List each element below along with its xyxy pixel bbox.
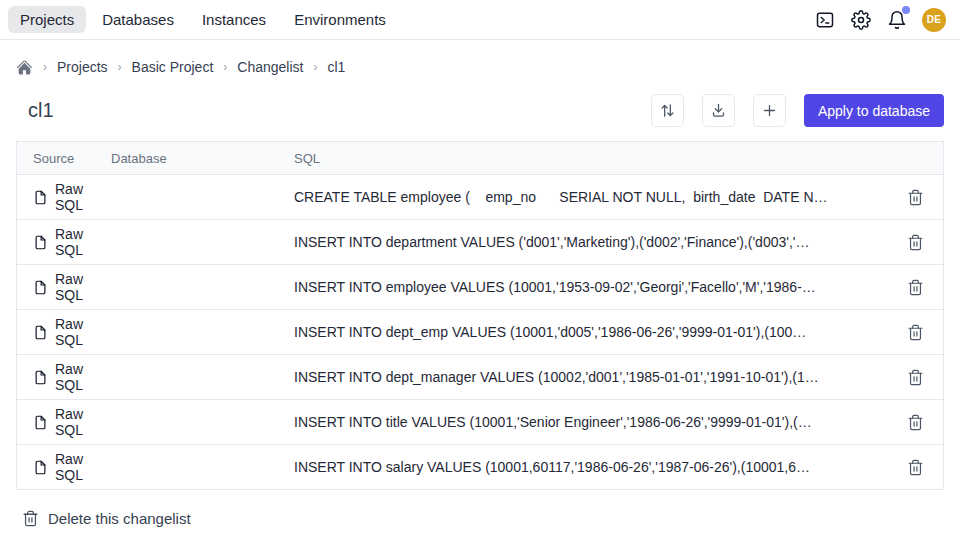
trash-icon [907,234,924,251]
trash-icon [907,324,924,341]
download-icon [710,102,727,119]
table-row[interactable]: Raw SQL INSERT INTO dept_emp VALUES (100… [17,310,943,355]
delete-row-button[interactable] [904,321,926,343]
toolbar: Apply to database [651,94,944,127]
chevron-right-icon: › [43,60,47,74]
source-cell: Raw SQL [17,271,111,303]
sort-arrows-icon [659,102,676,119]
trash-icon [907,459,924,476]
source-cell: Raw SQL [17,316,111,348]
trash-icon [907,414,924,431]
source-label: Raw SQL [55,271,111,303]
sql-cell[interactable]: INSERT INTO department VALUES ('d001','M… [294,234,887,250]
settings-button[interactable] [850,9,872,31]
table-row[interactable]: Raw SQL INSERT INTO employee VALUES (100… [17,265,943,310]
gear-icon [851,10,871,30]
nav-item-instances[interactable]: Instances [190,6,278,33]
changelist-table: Source Database SQL Raw SQL CREATE TABLE… [16,141,944,490]
sql-cell[interactable]: INSERT INTO title VALUES (10001,'Senior … [294,414,887,430]
nav-item-databases[interactable]: Databases [90,6,186,33]
notifications-button[interactable] [886,9,908,31]
breadcrumb-current: cl1 [327,59,345,75]
sql-cell[interactable]: INSERT INTO dept_emp VALUES (10001,'d005… [294,324,887,340]
trash-icon [907,189,924,206]
avatar[interactable]: DE [922,8,946,32]
file-icon [33,190,48,205]
breadcrumb-projects[interactable]: Projects [57,59,108,75]
delete-row-button[interactable] [904,276,926,298]
file-icon [33,460,48,475]
source-cell: Raw SQL [17,451,111,483]
source-cell: Raw SQL [17,406,111,438]
delete-row-button[interactable] [904,366,926,388]
navbar-actions: DE [814,8,946,32]
delete-row-button[interactable] [904,231,926,253]
source-cell: Raw SQL [17,226,111,258]
source-label: Raw SQL [55,361,111,393]
sql-editor-button[interactable] [814,9,836,31]
delete-changelist-label: Delete this changelist [48,510,191,527]
source-cell: Raw SQL [17,181,111,213]
file-icon [33,370,48,385]
home-icon[interactable] [16,59,33,76]
table-row[interactable]: Raw SQL INSERT INTO dept_manager VALUES … [17,355,943,400]
column-header-source: Source [17,151,111,166]
trash-icon [22,510,39,527]
table-header: Source Database SQL [17,142,943,175]
breadcrumb-changelist[interactable]: Changelist [237,59,303,75]
table-row[interactable]: Raw SQL INSERT INTO salary VALUES (10001… [17,445,943,490]
sql-cell[interactable]: INSERT INTO employee VALUES (10001,'1953… [294,279,887,295]
breadcrumb-basic-project[interactable]: Basic Project [132,59,214,75]
source-label: Raw SQL [55,226,111,258]
trash-icon [907,369,924,386]
file-icon [33,280,48,295]
delete-row-button[interactable] [904,456,926,478]
plus-icon [761,102,778,119]
title-row: cl1 [16,94,944,127]
chevron-right-icon: › [223,60,227,74]
chevron-right-icon: › [313,60,317,74]
notification-dot [902,6,910,14]
page-content: › Projects › Basic Project › Changelist … [0,48,960,527]
chevron-right-icon: › [118,60,122,74]
source-label: Raw SQL [55,316,111,348]
source-label: Raw SQL [55,406,111,438]
nav-item-environments[interactable]: Environments [282,6,398,33]
top-navbar: Projects Databases Instances Environment… [0,0,960,40]
column-header-database: Database [111,151,294,166]
reorder-button[interactable] [651,94,684,127]
main-nav: Projects Databases Instances Environment… [8,6,398,33]
file-icon [33,415,48,430]
breadcrumb: › Projects › Basic Project › Changelist … [16,48,944,86]
sql-cell[interactable]: INSERT INTO dept_manager VALUES (10002,'… [294,369,887,385]
source-label: Raw SQL [55,451,111,483]
nav-item-projects[interactable]: Projects [8,6,86,33]
add-change-button[interactable] [753,94,786,127]
delete-row-button[interactable] [904,411,926,433]
source-label: Raw SQL [55,181,111,213]
sql-cell[interactable]: INSERT INTO salary VALUES (10001,60117,'… [294,459,887,475]
page-title: cl1 [28,99,54,122]
table-row[interactable]: Raw SQL INSERT INTO title VALUES (10001,… [17,400,943,445]
source-cell: Raw SQL [17,361,111,393]
file-icon [33,235,48,250]
delete-row-button[interactable] [904,186,926,208]
table-row[interactable]: Raw SQL CREATE TABLE employee ( emp_no S… [17,175,943,220]
table-body: Raw SQL CREATE TABLE employee ( emp_no S… [17,175,943,490]
apply-to-database-button[interactable]: Apply to database [804,94,944,127]
file-icon [33,325,48,340]
column-header-sql: SQL [294,151,887,166]
sql-cell[interactable]: CREATE TABLE employee ( emp_no SERIAL NO… [294,189,887,205]
export-button[interactable] [702,94,735,127]
terminal-icon [815,10,835,30]
trash-icon [907,279,924,296]
delete-changelist-button[interactable]: Delete this changelist [22,510,191,527]
table-row[interactable]: Raw SQL INSERT INTO department VALUES ('… [17,220,943,265]
